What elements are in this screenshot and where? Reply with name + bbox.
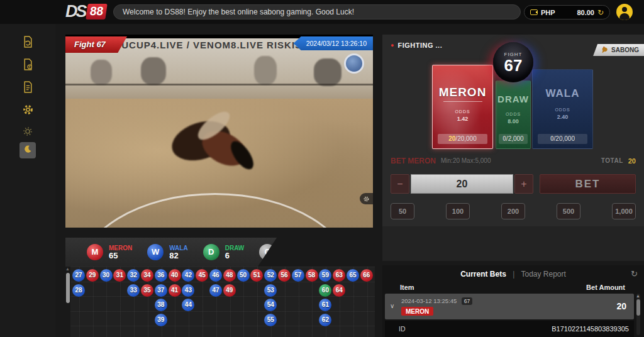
wala-bet-card[interactable]: WALA ODDS 2.40 0/20,000 [532, 69, 593, 149]
col-bet-amount: Bet Amount [586, 284, 625, 291]
wallet-balance: 80.00 [577, 9, 594, 16]
avatar[interactable] [616, 4, 633, 20]
result-circle: 63 [333, 269, 345, 282]
dark-mode-toggle[interactable] [19, 142, 36, 158]
bet-amount: 20 [616, 294, 626, 319]
result-circle: 52 [264, 269, 277, 282]
decrease-bet-button[interactable]: − [391, 174, 409, 194]
wala-pool: 0/20,000 [538, 134, 588, 144]
sidebar-item-bet-record[interactable] [19, 34, 36, 52]
bet-button[interactable]: BET [540, 174, 636, 194]
draw-bet-card[interactable]: DRAW ODDS 8.00 0/2,000 [496, 80, 531, 149]
summary-draw: D DRAW 6 [203, 244, 245, 260]
result-circle: 27 [72, 269, 85, 282]
result-circle: 34 [141, 269, 153, 282]
chip-500[interactable]: 500 [557, 203, 580, 219]
rules-icon [21, 80, 35, 96]
grid-scroll-thumb[interactable] [66, 273, 70, 303]
scroll-up-icon[interactable]: ▲ [65, 267, 70, 271]
result-circle: 45 [196, 269, 208, 282]
result-circle: 66 [360, 269, 373, 282]
summary-count: 4 [281, 252, 308, 260]
result-circle: 54 [264, 299, 277, 311]
quick-chip-row: 50 100 200 500 1,000 [391, 203, 636, 219]
stream-logo-badge [344, 53, 364, 74]
result-circle: 41 [169, 284, 181, 297]
chip-50[interactable]: 50 [391, 203, 414, 219]
meron-bet-card[interactable]: MERON ODDS 1.42 20/20,000 [432, 65, 493, 149]
result-circle: 40 [169, 269, 181, 282]
video-arena-floor [65, 99, 373, 228]
fight-number-circle: FIGHT 67 [493, 42, 533, 82]
light-mode-toggle[interactable] [19, 124, 36, 141]
results-history-grid: ▲ 27293031323436404245464850515256575859… [65, 267, 375, 337]
bet-side-label: BET MERON [391, 157, 436, 165]
draw-circle-icon: D [203, 244, 219, 260]
chip-1000[interactable]: 1,000 [612, 203, 636, 219]
draw-pool: 0/2,000 [499, 134, 527, 144]
result-circle: 62 [319, 314, 331, 326]
result-circle: 31 [113, 269, 126, 282]
result-circle: 46 [209, 269, 222, 282]
results-summary-bar: M MERON 65 W WALA 82 D DRAW 6 C CANCEL [65, 238, 277, 267]
result-circle: 48 [223, 269, 236, 282]
logo-88-text: 88 [86, 4, 108, 19]
bet-id-row: ID B1710221145803839305 [385, 321, 634, 337]
ds88-logo[interactable]: DS 88 [65, 2, 106, 21]
bet-amount-input[interactable] [411, 174, 513, 194]
chevron-down-icon[interactable]: ∨ [390, 302, 394, 309]
sidebar-item-transaction-record[interactable] [19, 57, 36, 74]
summary-cancel: C CANCEL 4 [259, 244, 308, 260]
col-item: Item [400, 284, 414, 291]
chip-100[interactable]: 100 [446, 203, 470, 219]
bet-side-badge: MERON [401, 307, 433, 316]
result-circle: 53 [264, 284, 277, 297]
meron-circle-icon: M [87, 244, 103, 260]
bet-fight-number: 67 [462, 297, 472, 305]
avatar-person-icon [622, 7, 627, 12]
sidebar-item-rules[interactable] [19, 79, 36, 97]
result-circle: 55 [264, 314, 277, 326]
summary-count: 6 [225, 252, 245, 260]
result-circle: 49 [223, 284, 236, 297]
result-circle: 39 [155, 314, 167, 326]
bets-scrollbar[interactable]: ▲ [636, 294, 640, 335]
total-label: TOTAL [601, 157, 623, 164]
balance-refresh-icon[interactable]: ↻ [597, 9, 604, 16]
result-circle: 35 [141, 284, 153, 297]
result-circle: 64 [333, 284, 345, 297]
fight-number-badge: Fight 67 [65, 36, 127, 53]
settings-gear-icon [21, 103, 35, 119]
total-value: 20 [628, 157, 636, 165]
result-circle: 47 [209, 284, 222, 297]
scroll-up-icon[interactable]: ▲ [636, 294, 640, 298]
current-bets-panel: Current Bets | Today Report ↻ Item Bet A… [382, 265, 644, 337]
result-circle: 57 [292, 269, 304, 282]
transaction-record-icon [21, 58, 35, 74]
tab-current-bets[interactable]: Current Bets [460, 270, 506, 279]
bets-refresh-icon[interactable]: ↻ [631, 269, 638, 279]
result-circle: 50 [237, 269, 250, 282]
result-circle: 61 [319, 299, 331, 311]
bet-row[interactable]: ∨ 2024-03-12 13:25:45 67 MERON 20 [385, 294, 634, 319]
sidebar-item-settings[interactable] [19, 102, 36, 119]
bets-scroll-thumb[interactable] [636, 299, 640, 316]
live-video-player[interactable]: UCUP4.LIVE / VENOM8.LIVE RISKISAN Fight … [65, 35, 373, 228]
bet-info-bar: BET MERON Min:20 Max:5,000 TOTAL 20 [391, 156, 636, 165]
stream-timestamp: 2024/03/12 13:26:10 [294, 36, 373, 50]
result-circle: 32 [127, 269, 140, 282]
summary-meron: M MERON 65 [87, 244, 132, 260]
rooster-icon [601, 46, 609, 54]
result-circle: 30 [100, 269, 113, 282]
grid-scrollbar[interactable]: ▲ [65, 267, 70, 337]
video-gear-icon [363, 196, 370, 202]
id-label: ID [399, 321, 406, 337]
chip-200[interactable]: 200 [501, 203, 525, 219]
result-circle: 59 [319, 269, 331, 282]
wallet-pill[interactable]: PHP 80.00 ↻ [524, 5, 610, 19]
tab-today-report[interactable]: Today Report [521, 270, 565, 279]
summary-count: 82 [169, 252, 187, 260]
increase-bet-button[interactable]: + [514, 174, 533, 194]
video-quality-button[interactable] [360, 193, 373, 204]
moon-icon [23, 144, 33, 157]
